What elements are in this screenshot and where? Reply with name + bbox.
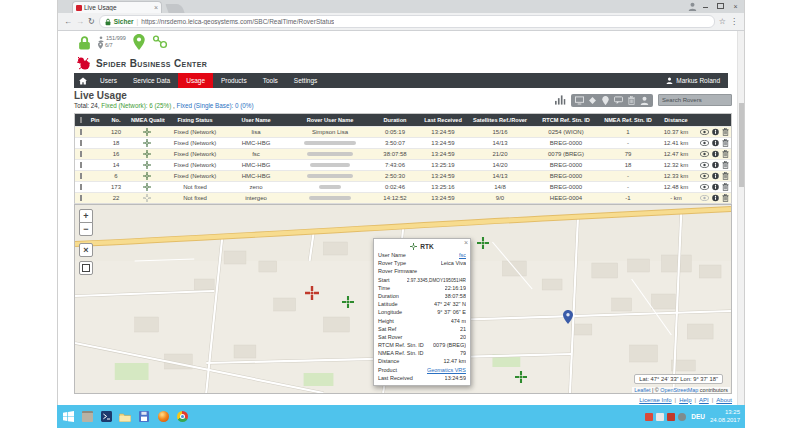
leaflet-link[interactable]: Leaflet (634, 387, 650, 393)
browser-tab[interactable]: Live Usage × (72, 1, 162, 13)
table-row[interactable]: 18Fixed (Network)HMC-HBG3:50:0713:24:591… (75, 137, 731, 148)
eye-icon[interactable] (700, 184, 709, 190)
trash-icon[interactable] (722, 161, 729, 169)
tray-icon-3[interactable] (667, 413, 675, 421)
map[interactable]: + − × × RTK (74, 204, 732, 394)
info-icon[interactable] (712, 194, 719, 202)
positioning-pin-icon[interactable] (133, 34, 145, 50)
browser-profile-icon[interactable] (688, 2, 697, 11)
rover-marker-green-3[interactable] (515, 369, 527, 381)
toolbar-person-icon[interactable] (640, 96, 649, 105)
popup-field-value[interactable]: Geomatics VRS (427, 366, 466, 374)
toolbar-monitor-icon[interactable] (575, 96, 584, 105)
row-checkbox[interactable] (80, 173, 82, 179)
start-button[interactable] (60, 409, 76, 425)
row-select[interactable] (75, 129, 87, 135)
language-indicator[interactable]: DEU (689, 413, 707, 420)
minimize-button[interactable] (699, 1, 712, 11)
trash-icon[interactable] (722, 139, 729, 147)
nav-item-users[interactable]: Users (92, 73, 125, 88)
new-tab-button[interactable] (165, 4, 184, 13)
info-icon[interactable] (712, 128, 719, 136)
row-select[interactable] (75, 184, 87, 190)
row-checkbox[interactable] (80, 151, 82, 157)
signal-bars-icon[interactable] (555, 95, 566, 105)
zoom-out-button[interactable]: − (79, 222, 93, 236)
tray-icon-4[interactable] (678, 413, 686, 421)
table-row[interactable]: 16Fixed (Network)fsc38:07:5813:24:5921/2… (75, 148, 731, 159)
chrome-icon[interactable] (174, 409, 190, 425)
row-checkbox[interactable] (80, 195, 82, 201)
table-row[interactable]: 14Fixed (Network)HMC-HBG7:43:0613:25:191… (75, 159, 731, 170)
info-icon[interactable] (712, 172, 719, 180)
row-select[interactable] (75, 140, 87, 146)
rover-marker-red[interactable] (305, 286, 319, 300)
file-explorer-icon[interactable] (117, 409, 133, 425)
nav-item-products[interactable]: Products (213, 73, 255, 88)
column-header-last-received[interactable]: Last Received (417, 117, 469, 123)
column-header-nmea-ref-stn-id[interactable]: NMEA Ref. Stn. ID (601, 117, 655, 123)
eye-icon[interactable] (700, 129, 709, 135)
footer-link-api[interactable]: API (699, 397, 709, 403)
row-checkbox[interactable] (80, 129, 82, 135)
page-scrollbar[interactable] (737, 31, 744, 405)
info-icon[interactable] (712, 161, 719, 169)
toolbar-pin-icon[interactable] (601, 96, 610, 105)
tab-close-icon[interactable]: × (154, 5, 158, 11)
row-select[interactable] (75, 173, 87, 179)
eye-icon[interactable] (700, 151, 709, 157)
toolbar-trash-icon[interactable] (627, 96, 636, 105)
eye-icon[interactable] (700, 140, 709, 146)
trash-icon[interactable] (722, 172, 729, 180)
popup-field-value[interactable]: fsc (459, 251, 466, 259)
nav-item-service-data[interactable]: Service Data (125, 73, 178, 88)
nav-item-tools[interactable]: Tools (255, 73, 286, 88)
header-checkbox[interactable] (80, 117, 82, 123)
map-close-button[interactable]: × (79, 243, 93, 257)
eye-icon[interactable] (700, 162, 709, 168)
row-select[interactable] (75, 162, 87, 168)
search-input[interactable] (658, 94, 732, 106)
info-icon[interactable] (712, 150, 719, 158)
column-header-rtcm-ref-stn-id[interactable]: RTCM Ref. Stn. ID (531, 117, 601, 123)
row-select[interactable] (75, 195, 87, 201)
zoom-in-button[interactable]: + (79, 209, 93, 223)
close-button[interactable]: × (729, 1, 742, 11)
powershell-icon[interactable] (98, 409, 114, 425)
maximize-button[interactable] (714, 1, 727, 11)
select-all-checkbox[interactable] (75, 117, 87, 123)
row-select[interactable] (75, 151, 87, 157)
row-checkbox[interactable] (80, 184, 82, 190)
column-header-nmea-quality[interactable]: NMEA Quality (129, 117, 165, 123)
info-icon[interactable] (712, 139, 719, 147)
row-checkbox[interactable] (80, 162, 82, 168)
forward-icon[interactable]: → (76, 18, 84, 26)
reference-station-marker[interactable] (563, 310, 573, 324)
column-header-satellites-ref-rover[interactable]: Satellites Ref./Rover (469, 117, 531, 123)
rover-marker-green-2[interactable] (477, 235, 489, 247)
table-row[interactable]: 22Not fixedintergeo14:12:5213:24:599/0HE… (75, 192, 731, 203)
disk-tool-icon[interactable] (136, 409, 152, 425)
column-header-no-[interactable]: No. (103, 117, 129, 123)
column-header-distance[interactable]: Distance (655, 117, 697, 123)
taskbar-clock[interactable]: 13:25 24.08.2017 (710, 409, 742, 424)
info-icon[interactable] (712, 183, 719, 191)
column-header-rover-user-name[interactable]: Rover User Name (287, 117, 373, 123)
url-field[interactable]: Sicher | https://nrsdemo.leica-geosystem… (99, 15, 715, 28)
home-icon[interactable] (74, 73, 92, 88)
trash-icon[interactable] (722, 183, 729, 191)
row-checkbox[interactable] (80, 140, 82, 146)
toolbar-diamond-icon[interactable] (588, 96, 597, 105)
table-row[interactable]: 120Fixed (Network)lisaSimpson Lisa0:05:1… (75, 126, 731, 137)
footer-link-license-info[interactable]: License Info (639, 397, 671, 403)
column-header-user-name[interactable]: User Name (225, 117, 287, 123)
column-header-duration[interactable]: Duration (373, 117, 417, 123)
server-manager-icon[interactable] (79, 409, 95, 425)
network-status-icon[interactable] (152, 35, 168, 49)
eye-icon[interactable] (700, 195, 709, 201)
reload-icon[interactable]: ↻ (88, 18, 95, 26)
nav-item-settings[interactable]: Settings (286, 73, 326, 88)
osm-link[interactable]: OpenStreetMap (660, 387, 698, 393)
trash-icon[interactable] (722, 150, 729, 158)
tray-icon-1[interactable] (645, 413, 653, 421)
